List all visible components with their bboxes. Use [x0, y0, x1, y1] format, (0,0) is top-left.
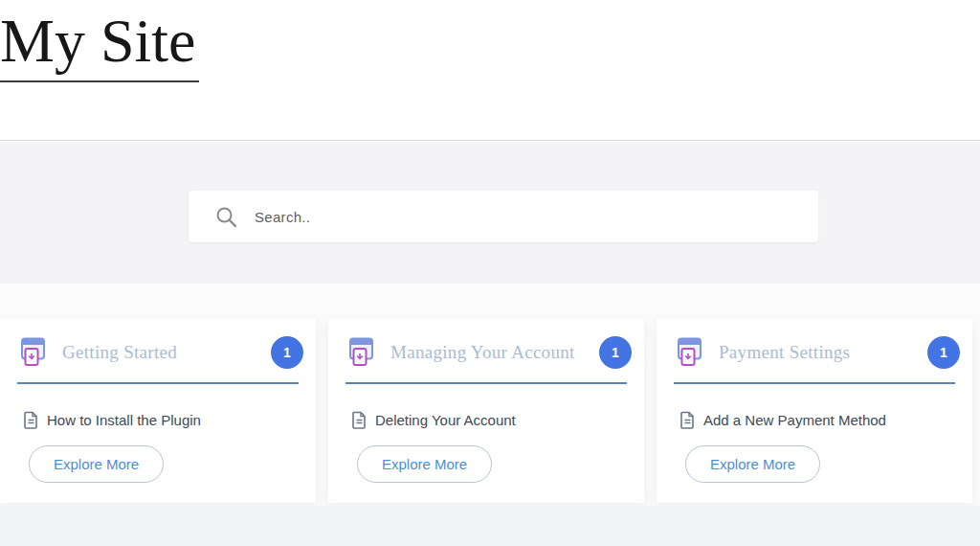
category-card-getting-started: Getting Started 1 How to Install the Plu… [0, 319, 316, 503]
search-input[interactable] [253, 208, 801, 226]
document-icon [680, 411, 695, 429]
article-link[interactable]: How to Install the Plugin [24, 409, 201, 430]
explore-more-button[interactable]: Explore More [29, 445, 164, 483]
category-card-payment-settings: Payment Settings 1 Add a New Payment Met… [657, 319, 972, 503]
search-box [189, 191, 818, 242]
explore-more-button[interactable]: Explore More [685, 445, 820, 483]
site-logo-link[interactable]: My Site [0, 6, 199, 82]
category-title[interactable]: Getting Started [62, 342, 271, 363]
article-title: Add a New Payment Method [703, 412, 886, 428]
site-header: My Site [0, 0, 980, 141]
category-card-managing-your-account: Managing Your Account 1 Deleting Your Ac… [328, 319, 644, 503]
category-icon [674, 337, 702, 368]
footer-band [0, 506, 980, 546]
document-icon [24, 411, 38, 429]
card-divider [345, 382, 627, 384]
card-header: Managing Your Account 1 [345, 335, 632, 370]
article-count-badge: 1 [927, 336, 960, 369]
site-title: My Site [0, 6, 199, 82]
category-icon [345, 337, 374, 368]
cards-section: Getting Started 1 How to Install the Plu… [0, 284, 980, 506]
knowledge-base-page: My Site [0, 0, 980, 546]
card-divider [17, 382, 299, 384]
article-link[interactable]: Add a New Payment Method [680, 409, 886, 430]
article-link[interactable]: Deleting Your Account [352, 409, 516, 430]
article-title: Deleting Your Account [375, 412, 516, 428]
search-icon [215, 206, 237, 228]
search-section [0, 142, 980, 284]
category-icon [17, 337, 46, 368]
article-title: How to Install the Plugin [47, 412, 201, 428]
card-header: Payment Settings 1 [674, 335, 960, 370]
document-icon [352, 411, 367, 429]
explore-more-button[interactable]: Explore More [357, 445, 492, 483]
article-count-badge: 1 [599, 336, 632, 369]
category-title[interactable]: Managing Your Account [390, 342, 599, 363]
article-count-badge: 1 [271, 336, 303, 369]
card-divider [674, 382, 955, 384]
category-title[interactable]: Payment Settings [719, 342, 927, 363]
card-header: Getting Started 1 [17, 335, 303, 370]
